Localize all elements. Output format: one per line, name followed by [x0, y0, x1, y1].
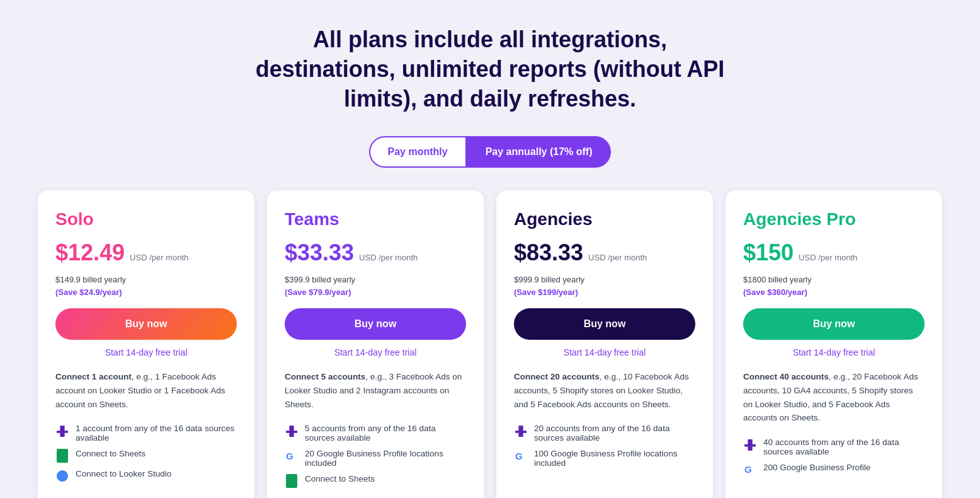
- buy-now-button-agencies-pro[interactable]: Buy now: [743, 308, 925, 340]
- feature-list-agencies-pro: 40 accounts from any of the 16 data sour…: [743, 437, 925, 477]
- connect-desc-agencies: Connect 20 accounts, e.g., 10 Facebook A…: [514, 370, 695, 411]
- plan-name-solo: Solo: [55, 209, 237, 229]
- buy-now-button-agencies[interactable]: Buy now: [514, 308, 695, 340]
- trial-link-agencies-pro[interactable]: Start 14-day free trial: [743, 347, 925, 357]
- price-unit-agencies: USD /per month: [588, 253, 647, 262]
- feature-text: 200 Google Business Profile: [763, 463, 870, 472]
- billing-info-agencies: $999.9 billed yearly (Save $199/year): [514, 274, 695, 298]
- feature-icon: [514, 424, 528, 437]
- plug-icon: [744, 439, 756, 451]
- price-unit-agencies-pro: USD /per month: [799, 253, 857, 262]
- feature-item: G 200 Google Business Profile: [743, 463, 925, 477]
- plan-name-teams: Teams: [285, 209, 466, 229]
- page-header: All plans include all integrations, dest…: [38, 25, 942, 113]
- connect-desc-solo: Connect 1 account, e.g., 1 Facebook Ads …: [55, 370, 237, 411]
- plan-name-agencies: Agencies: [514, 209, 695, 229]
- feature-icon: G: [514, 449, 528, 463]
- feature-text: 100 Google Business Profile locations in…: [534, 449, 695, 468]
- looker-icon: [57, 470, 68, 482]
- feature-text: Connect to Sheets: [305, 474, 375, 484]
- feature-item: 5 accounts from any of the 16 data sourc…: [285, 424, 466, 443]
- buy-now-button-teams[interactable]: Buy now: [285, 308, 466, 340]
- sheets-icon: [57, 449, 68, 463]
- price-row-agencies-pro: $150 USD /per month: [743, 240, 925, 266]
- feature-item: 1 account from any of the 16 data source…: [55, 424, 237, 443]
- feature-list-solo: 1 account from any of the 16 data source…: [55, 424, 237, 483]
- trial-link-solo[interactable]: Start 14-day free trial: [55, 347, 237, 357]
- billing-save-agencies: (Save $199/year): [514, 287, 578, 297]
- price-amount-teams: $33.33: [285, 240, 354, 266]
- billing-save-agencies-pro: (Save $360/year): [743, 287, 807, 297]
- feature-item: Connect to Looker Studio: [55, 469, 237, 483]
- plug-icon: [515, 426, 527, 437]
- pay-annually-button[interactable]: Pay annually (17% off): [467, 136, 612, 168]
- feature-item: G 20 Google Business Profile locations i…: [285, 449, 466, 468]
- page-title: All plans include all integrations, dest…: [244, 25, 736, 113]
- plan-card-agencies-pro: Agencies Pro $150 USD /per month $1800 b…: [726, 190, 942, 498]
- trial-link-teams[interactable]: Start 14-day free trial: [285, 347, 466, 357]
- google-g-icon: G: [286, 451, 297, 461]
- feature-item: 20 accounts from any of the 16 data sour…: [514, 424, 695, 443]
- google-g-icon: G: [515, 451, 527, 461]
- billing-toggle: Pay monthly Pay annually (17% off): [38, 136, 942, 168]
- plug-icon: [57, 426, 68, 437]
- plan-card-solo: Solo $12.49 USD /per month $149.9 billed…: [38, 190, 254, 498]
- plans-grid: Solo $12.49 USD /per month $149.9 billed…: [38, 190, 942, 498]
- price-row-teams: $33.33 USD /per month: [285, 240, 466, 266]
- billing-save-solo: (Save $24.9/year): [55, 287, 122, 297]
- price-row-agencies: $83.33 USD /per month: [514, 240, 695, 266]
- price-unit-solo: USD /per month: [130, 253, 188, 262]
- feature-item: 40 accounts from any of the 16 data sour…: [743, 437, 925, 456]
- feature-item: Connect to Sheets: [55, 449, 237, 463]
- feature-text: 5 accounts from any of the 16 data sourc…: [305, 424, 466, 443]
- price-row-solo: $12.49 USD /per month: [55, 240, 237, 266]
- buy-now-button-solo[interactable]: Buy now: [55, 308, 237, 340]
- feature-text: Connect to Looker Studio: [76, 469, 171, 478]
- plan-card-teams: Teams $33.33 USD /per month $399.9 bille…: [267, 190, 484, 498]
- feature-icon: [55, 449, 69, 463]
- feature-icon: [285, 424, 299, 437]
- pay-monthly-button[interactable]: Pay monthly: [369, 136, 467, 168]
- feature-list-teams: 5 accounts from any of the 16 data sourc…: [285, 424, 466, 488]
- billing-info-agencies-pro: $1800 billed yearly (Save $360/year): [743, 274, 925, 298]
- billing-info-teams: $399.9 billed yearly (Save $79.9/year): [285, 274, 466, 298]
- price-amount-agencies: $83.33: [514, 240, 583, 266]
- feature-text: 20 accounts from any of the 16 data sour…: [534, 424, 695, 443]
- price-unit-teams: USD /per month: [359, 253, 418, 262]
- google-g-icon: G: [744, 464, 756, 475]
- feature-text: 40 accounts from any of the 16 data sour…: [763, 437, 925, 456]
- feature-text: 20 Google Business Profile locations inc…: [305, 449, 466, 468]
- connect-desc-agencies-pro: Connect 40 accounts, e.g., 20 Facebook A…: [743, 370, 925, 424]
- plan-name-agencies-pro: Agencies Pro: [743, 209, 925, 229]
- feature-item: Connect to Sheets: [285, 474, 466, 488]
- feature-icon: [743, 437, 757, 451]
- billing-info-solo: $149.9 billed yearly (Save $24.9/year): [55, 274, 237, 298]
- feature-icon: [285, 474, 299, 488]
- plug-icon: [286, 426, 297, 437]
- feature-list-agencies: 20 accounts from any of the 16 data sour…: [514, 424, 695, 468]
- connect-desc-teams: Connect 5 accounts, e.g., 3 Facebook Ads…: [285, 370, 466, 411]
- price-amount-solo: $12.49: [55, 240, 125, 266]
- feature-text: 1 account from any of the 16 data source…: [76, 424, 237, 443]
- feature-icon: G: [285, 449, 299, 463]
- feature-icon: [55, 469, 69, 483]
- price-amount-agencies-pro: $150: [743, 240, 794, 266]
- sheets-icon: [286, 474, 297, 488]
- trial-link-agencies[interactable]: Start 14-day free trial: [514, 347, 695, 357]
- plan-card-agencies: Agencies $83.33 USD /per month $999.9 bi…: [496, 190, 713, 498]
- billing-save-teams: (Save $79.9/year): [285, 287, 351, 297]
- feature-icon: [55, 424, 69, 437]
- feature-item: G 100 Google Business Profile locations …: [514, 449, 695, 468]
- feature-icon: G: [743, 463, 757, 477]
- feature-text: Connect to Sheets: [76, 449, 145, 458]
